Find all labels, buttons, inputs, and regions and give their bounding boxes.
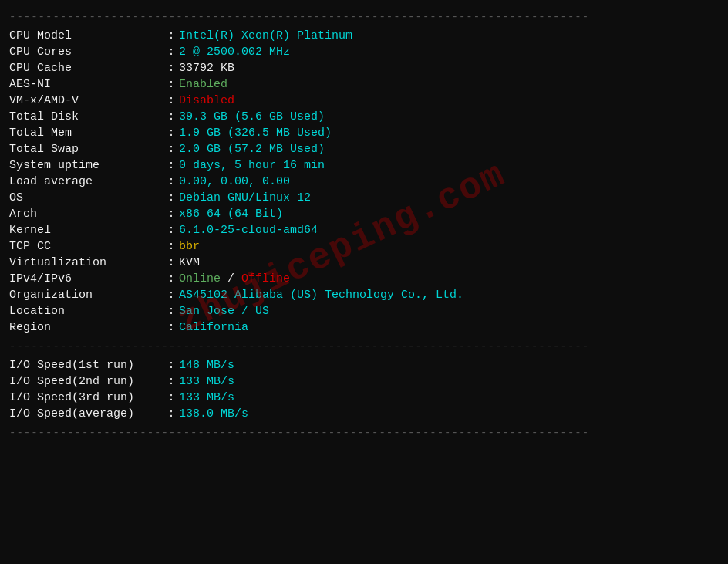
info-colon: :: [163, 44, 179, 60]
info-label: Location: [9, 303, 163, 319]
io-label: I/O Speed(1st run): [9, 357, 163, 373]
info-colon: :: [163, 190, 179, 206]
info-colon: :: [163, 76, 179, 93]
info-colon: :: [163, 238, 179, 255]
info-label: AES-NI: [9, 76, 163, 93]
info-colon: :: [163, 93, 179, 109]
info-value: 6.1.0-25-cloud-amd64: [179, 222, 719, 238]
info-label: CPU Model: [9, 28, 163, 44]
info-colon: :: [163, 319, 179, 336]
info-value: 1.9 GB (326.5 MB Used): [179, 125, 719, 141]
system-info-row: CPU Cache : 33792 KB: [9, 60, 719, 76]
info-label: Organization: [9, 287, 163, 303]
info-value: California: [179, 319, 719, 336]
info-label: CPU Cores: [9, 44, 163, 60]
divider-middle: ----------------------------------------…: [9, 340, 719, 353]
system-info-row: Kernel : 6.1.0-25-cloud-amd64: [9, 222, 719, 238]
info-label: VM-x/AMD-V: [9, 93, 163, 109]
info-label: Virtualization: [9, 255, 163, 271]
info-value: Intel(R) Xeon(R) Platinum: [179, 28, 719, 44]
info-value: Enabled: [179, 76, 719, 93]
info-colon: :: [163, 287, 179, 303]
io-label: I/O Speed(3rd run): [9, 390, 163, 406]
system-info-row: Location : San Jose / US: [9, 303, 719, 319]
info-label: Total Swap: [9, 141, 163, 157]
system-info-row: System uptime : 0 days, 5 hour 16 min: [9, 157, 719, 174]
info-colon: :: [163, 125, 179, 141]
io-colon: :: [163, 357, 179, 373]
info-value: 0 days, 5 hour 16 min: [179, 157, 719, 174]
info-label: Load average: [9, 174, 163, 190]
io-colon: :: [163, 373, 179, 390]
info-colon: :: [163, 222, 179, 238]
divider-bottom: ----------------------------------------…: [9, 427, 719, 439]
io-colon: :: [163, 406, 179, 422]
info-colon: :: [163, 157, 179, 174]
info-colon: :: [163, 141, 179, 157]
system-info-row: Total Swap : 2.0 GB (57.2 MB Used): [9, 141, 719, 157]
system-info-table: CPU Model : Intel(R) Xeon(R) PlatinumCPU…: [9, 28, 719, 336]
system-info-row: Organization : AS45102 Alibaba (US) Tech…: [9, 287, 719, 303]
io-colon: :: [163, 390, 179, 406]
info-colon: :: [163, 60, 179, 76]
system-info-row: VM-x/AMD-V : Disabled: [9, 93, 719, 109]
info-label: CPU Cache: [9, 60, 163, 76]
system-info-row: CPU Model : Intel(R) Xeon(R) Platinum: [9, 28, 719, 44]
io-value: 133 MB/s: [179, 390, 719, 406]
io-value: 148 MB/s: [179, 357, 719, 373]
info-colon: :: [163, 271, 179, 287]
system-info-row: Total Disk : 39.3 GB (5.6 GB Used): [9, 109, 719, 125]
system-info-row: Region : California: [9, 319, 719, 336]
system-info-row: AES-NI : Enabled: [9, 76, 719, 93]
divider-top: ----------------------------------------…: [9, 11, 719, 23]
io-speed-table: I/O Speed(1st run) : 148 MB/sI/O Speed(2…: [9, 357, 719, 422]
info-colon: :: [163, 303, 179, 319]
info-label: IPv4/IPv6: [9, 271, 163, 287]
info-label: TCP CC: [9, 238, 163, 255]
info-colon: :: [163, 28, 179, 44]
system-info-row: TCP CC : bbr: [9, 238, 719, 255]
info-value: AS45102 Alibaba (US) Technology Co., Ltd…: [179, 287, 719, 303]
info-value: 39.3 GB (5.6 GB Used): [179, 109, 719, 125]
io-speed-row: I/O Speed(1st run) : 148 MB/s: [9, 357, 719, 373]
info-colon: :: [163, 109, 179, 125]
info-label: Total Disk: [9, 109, 163, 125]
info-label: Kernel: [9, 222, 163, 238]
io-label: I/O Speed(2nd run): [9, 373, 163, 390]
system-info-row: IPv4/IPv6 : Online / Offline: [9, 271, 719, 287]
info-value: 2 @ 2500.002 MHz: [179, 44, 719, 60]
info-value: 2.0 GB (57.2 MB Used): [179, 141, 719, 157]
info-value: San Jose / US: [179, 303, 719, 319]
info-value: KVM: [179, 255, 719, 271]
info-value: x86_64 (64 Bit): [179, 206, 719, 222]
info-value: bbr: [179, 238, 719, 255]
io-label: I/O Speed(average): [9, 406, 163, 422]
io-value: 138.0 MB/s: [179, 406, 719, 422]
io-speed-row: I/O Speed(average) : 138.0 MB/s: [9, 406, 719, 422]
info-value: Debian GNU/Linux 12: [179, 190, 719, 206]
system-info-row: Arch : x86_64 (64 Bit): [9, 206, 719, 222]
io-speed-row: I/O Speed(2nd run) : 133 MB/s: [9, 373, 719, 390]
io-speed-row: I/O Speed(3rd run) : 133 MB/s: [9, 390, 719, 406]
system-info-row: Total Mem : 1.9 GB (326.5 MB Used): [9, 125, 719, 141]
info-label: OS: [9, 190, 163, 206]
info-value: Online / Offline: [179, 271, 719, 287]
io-value: 133 MB/s: [179, 373, 719, 390]
info-label: System uptime: [9, 157, 163, 174]
info-label: Total Mem: [9, 125, 163, 141]
system-info-row: CPU Cores : 2 @ 2500.002 MHz: [9, 44, 719, 60]
info-value: 0.00, 0.00, 0.00: [179, 174, 719, 190]
info-value: Disabled: [179, 93, 719, 109]
system-info-row: Load average : 0.00, 0.00, 0.00: [9, 174, 719, 190]
info-value: 33792 KB: [179, 60, 719, 76]
system-info-row: Virtualization : KVM: [9, 255, 719, 271]
info-colon: :: [163, 255, 179, 271]
info-colon: :: [163, 174, 179, 190]
info-label: Region: [9, 319, 163, 336]
terminal-output: ----------------------------------------…: [9, 11, 719, 439]
system-info-row: OS : Debian GNU/Linux 12: [9, 190, 719, 206]
info-colon: :: [163, 206, 179, 222]
info-label: Arch: [9, 206, 163, 222]
